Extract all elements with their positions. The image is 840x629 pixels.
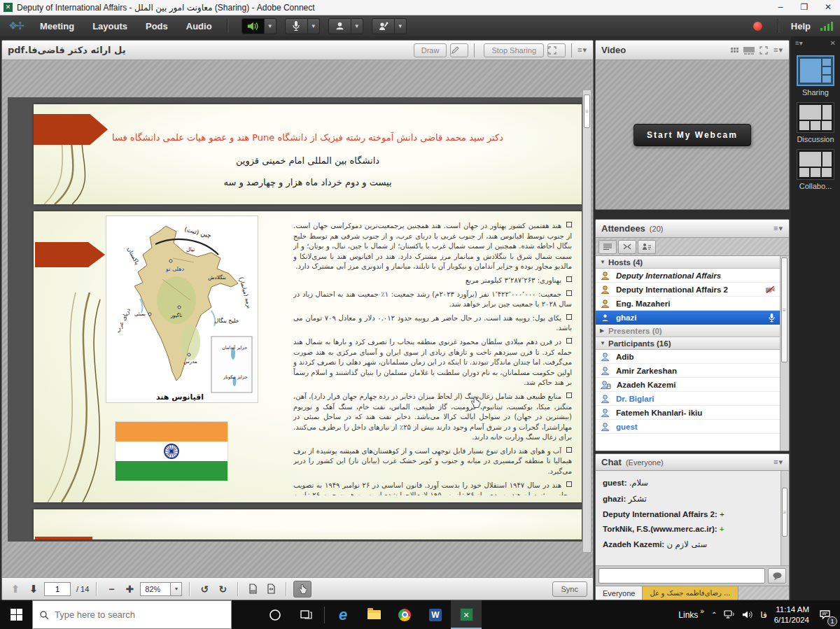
start-button[interactable]: [0, 600, 32, 629]
stop-sharing-button[interactable]: Stop Sharing: [484, 43, 544, 57]
attendees-pod-menu-button[interactable]: ≡▾: [774, 224, 783, 233]
grid-view-icon[interactable]: [731, 48, 738, 52]
layouts-close-icon[interactable]: ✕: [830, 39, 836, 47]
attendee-name: Deputy International Affairs 2: [616, 285, 728, 294]
chat-pod-menu-button[interactable]: ≡▾: [774, 458, 783, 467]
search-input[interactable]: [55, 609, 209, 620]
chat-scrollbar[interactable]: [780, 471, 789, 565]
pointer-tool-button[interactable]: [450, 43, 468, 57]
hidden-icons-button[interactable]: ⌃: [711, 611, 717, 619]
layout-sharing-thumbnail[interactable]: [797, 55, 834, 86]
microphone-dropdown[interactable]: ▼: [308, 18, 320, 34]
chrome-taskbar-button[interactable]: [389, 600, 420, 629]
slide1-date-line: بیست و دوم خرداد ماه هزار و چهارصد و سه: [34, 177, 582, 188]
document-scrollbar[interactable]: [582, 90, 592, 553]
start-webcam-button[interactable]: Start My Webcam: [634, 124, 751, 146]
share-pod-menu-button[interactable]: ≡▾: [578, 45, 587, 55]
next-page-button[interactable]: ⬇: [26, 583, 41, 595]
attendee-row-participant[interactable]: guest: [596, 420, 780, 434]
map-label-indian-ocean: اقیانوس هند: [156, 393, 204, 402]
microphone-button[interactable]: [285, 18, 308, 34]
minimize-button[interactable]: –: [769, 0, 792, 15]
raise-hand-button[interactable]: [372, 18, 395, 34]
zoom-level-select[interactable]: 82% ▼: [140, 582, 182, 596]
webcam-control: ▼: [328, 18, 363, 34]
fit-page-button[interactable]: [245, 584, 260, 594]
attendee-row-host[interactable]: Deputy International Affairs: [596, 269, 780, 283]
participants-section-header[interactable]: ▼ Participants (16): [596, 337, 780, 350]
video-pod-menu-button[interactable]: ≡▾: [774, 45, 783, 55]
hosts-section-header[interactable]: ▼ Hosts (4): [596, 256, 780, 269]
fullscreen-icon[interactable]: [760, 46, 768, 55]
webcam-dropdown[interactable]: ▼: [351, 18, 363, 34]
zoom-out-button[interactable]: −: [104, 584, 119, 595]
rotate-left-button[interactable]: ↺: [197, 584, 212, 595]
page-number-input[interactable]: [44, 582, 71, 596]
previous-page-button[interactable]: ⬆: [8, 583, 23, 595]
attendee-row-host[interactable]: Deputy International Affairs 2: [596, 283, 780, 297]
layout-discussion-thumbnail[interactable]: [797, 102, 834, 133]
rotate-right-button[interactable]: ↻: [215, 584, 230, 595]
adobe-connect-taskbar-button[interactable]: ✕: [451, 600, 482, 629]
attendee-row-host-selected[interactable]: ghazi: [596, 311, 780, 325]
presenters-section-header[interactable]: ▶ Presenters (0): [596, 325, 780, 337]
language-indicator[interactable]: فا: [760, 610, 766, 620]
taskbar-clock[interactable]: 11:14 AM 6/11/2024: [774, 605, 809, 625]
draw-button[interactable]: Draw: [414, 43, 447, 57]
layouts-menu-button[interactable]: ≡▾: [795, 39, 803, 47]
chat-tab-everyone[interactable]: Everyone: [596, 586, 643, 600]
webcam-button[interactable]: [328, 18, 351, 34]
network-icon[interactable]: [724, 610, 735, 619]
clock-time: 11:14 AM: [774, 605, 809, 614]
restore-button[interactable]: ❐: [792, 0, 816, 15]
layout-collaboration-thumbnail[interactable]: [797, 149, 834, 180]
edge-taskbar-button[interactable]: e: [328, 600, 358, 629]
status-dropdown[interactable]: ▼: [395, 18, 407, 34]
action-center-button[interactable]: 1: [816, 607, 833, 623]
close-button[interactable]: ✕: [816, 0, 840, 15]
chat-scrollbar-thumb[interactable]: [782, 488, 788, 537]
attendee-row-participant[interactable]: Adib: [596, 350, 780, 364]
speaker-dropdown[interactable]: ▼: [265, 18, 276, 34]
send-message-button[interactable]: [768, 568, 786, 584]
volume-icon[interactable]: [742, 610, 753, 619]
zoom-in-button[interactable]: ✚: [122, 584, 137, 595]
links-toolbar[interactable]: Links»: [678, 610, 704, 620]
document-scrollbar-thumb[interactable]: [584, 94, 590, 128]
attendees-scrollbar-thumb[interactable]: [781, 257, 788, 362]
menu-audio[interactable]: Audio: [177, 21, 221, 31]
clock-date: 6/11/2024: [774, 615, 809, 625]
speaker-icon: [246, 21, 259, 31]
word-taskbar-button[interactable]: W: [420, 600, 451, 629]
menu-pods[interactable]: Pods: [136, 21, 177, 31]
menu-meeting[interactable]: Meeting: [31, 21, 83, 31]
help-menu[interactable]: Help: [791, 21, 811, 31]
attendee-list-view-button[interactable]: [598, 240, 617, 254]
speaker-button[interactable]: [241, 18, 265, 34]
chat-tab-private[interactable]: ... رضای‌فاطمه جسک و غل: [643, 586, 738, 600]
zoom-dropdown-arrow-icon[interactable]: ▼: [170, 583, 181, 595]
cortana-button[interactable]: [260, 600, 290, 629]
attendee-status-view-button[interactable]: [638, 240, 656, 254]
fit-width-button[interactable]: [263, 584, 279, 594]
filmstrip-view-icon[interactable]: [743, 46, 755, 55]
breakout-view-button[interactable]: [618, 240, 636, 254]
map-label-bay-of-bengal: خلیج بنگال: [214, 317, 239, 324]
attendees-scrollbar[interactable]: [780, 256, 789, 451]
chat-message-input[interactable]: [598, 568, 765, 584]
attendee-row-participant[interactable]: Azadeh Kazemi: [596, 378, 780, 392]
fullscreen-button[interactable]: [547, 43, 566, 57]
chat-message: guest: سلام.: [603, 478, 782, 488]
attendees-count: (20): [650, 225, 664, 233]
pan-tool-button[interactable]: [293, 581, 312, 598]
menu-layouts[interactable]: Layouts: [83, 21, 136, 31]
attendee-row-participant[interactable]: Fatemeh Khanlari- ikiu: [596, 406, 780, 420]
attendee-row-host[interactable]: Eng. Mazaheri: [596, 297, 780, 311]
host-icon: [600, 313, 610, 323]
attendee-row-participant[interactable]: Dr. Biglari: [596, 392, 780, 406]
taskbar-search[interactable]: [32, 600, 232, 629]
task-view-button[interactable]: [290, 600, 321, 629]
attendee-row-participant[interactable]: Amir Zarkeshan: [596, 364, 780, 378]
file-explorer-taskbar-button[interactable]: [358, 600, 389, 629]
sync-button[interactable]: Sync: [552, 581, 587, 597]
